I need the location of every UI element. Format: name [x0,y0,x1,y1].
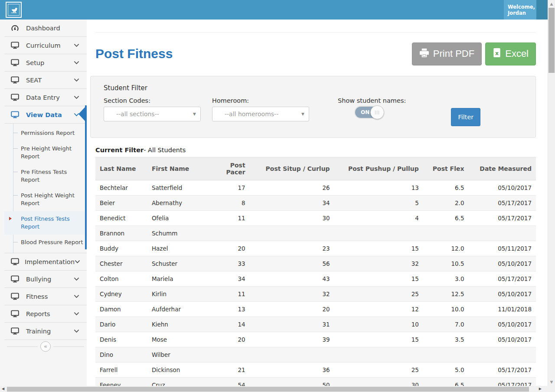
cell-last-name: Brannon [95,226,147,241]
sidebar-subitem-post-fitness-tests-report[interactable]: Post Fitness Tests Report [4,211,87,235]
sidebar-item-view-data[interactable]: View Data [4,106,87,124]
monitor-icon [11,111,20,118]
cell-first-name: Kirlin [147,287,212,302]
sidebar-subitem-pre-fitness-tests-report[interactable]: Pre Fitness Tests Report [4,164,87,188]
app-logo[interactable] [6,2,22,18]
cell-post-pushup-pullup: 4 [334,211,423,226]
cell-post-situp-curlup [250,226,334,241]
cell-date-measured: 05/17/2017 [469,271,536,287]
cell-post-pacer [212,226,249,241]
sidebar-item-seat[interactable]: SEAT [4,72,87,89]
sidebar-submenu-view-data: Permissions ReportPre Height Weight Repo… [4,124,87,253]
results-table: Last NameFirst NamePost PacerPost Situp … [95,157,536,386]
table-header-row: Last NameFirst NamePost PacerPost Situp … [95,157,536,180]
export-actions: Print PDF x Excel [412,42,536,65]
horizontal-scroll-thumb[interactable] [7,387,529,392]
chevron-down-icon [74,277,79,281]
excel-button[interactable]: x Excel [485,42,536,65]
scroll-left-arrow-icon[interactable]: ◀ [2,386,4,392]
show-names-group: Show student names: ON ||| [338,97,406,118]
sidebar-item-training[interactable]: Training [4,323,87,340]
chevron-down-icon [75,260,80,264]
table-row: ColtonMariela3443153.005/17/2017 [95,271,536,287]
table-row: ChesterSchuster33563210.505/10/2017 [95,256,536,271]
cell-last-name: Feeney [95,378,147,386]
table-row: CydneyKirlin11322512.505/10/2017 [95,287,536,302]
cell-post-pacer: 11 [212,211,249,226]
column-header-post-flex: Post Flex [423,157,469,180]
sidebar-item-bullying[interactable]: Bullying [4,271,87,288]
cell-last-name: Farrell [95,363,147,378]
cell-post-situp-curlup: 39 [250,332,334,347]
cell-date-measured: 05/10/2017 [469,180,536,196]
cell-post-situp-curlup: 43 [250,271,334,287]
cell-post-pacer: 33 [212,256,249,271]
cell-post-flex: 12.0 [423,241,469,256]
cell-post-pushup-pullup: 12 [334,302,423,317]
scroll-up-arrow-icon[interactable]: ▲ [548,2,555,6]
sidebar-subitem-blood-pressure-report[interactable]: Blood Pressure Report [4,235,87,250]
sidebar-subitem-label: Pre Height Weight Report [21,145,72,160]
welcome-label: Welcome, Jordan [508,4,535,16]
column-header-post-situp-curlup: Post Situp / Curlup [250,157,334,180]
filter-panel-title: Student Filter [104,84,535,92]
sidebar-item-reports[interactable]: Reports [4,305,87,323]
user-menu[interactable]: Welcome, Jordan [504,0,536,20]
cell-post-situp-curlup: 32 [250,287,334,302]
cell-first-name: Schuster [147,256,212,271]
sidebar-item-curriculum[interactable]: Curriculum [4,37,87,54]
horizontal-scrollbar[interactable]: ◀ ▶ [0,386,548,392]
sidebar-subitem-post-height-weight-report[interactable]: Post Height Weight Report [4,188,87,211]
column-header-post-pushup-pullup: Post Pushup / Pullup [334,157,423,180]
title-row: Post Fitness Print PDF x Excel [95,42,536,65]
cell-first-name: Mariela [147,271,212,287]
top-header: Welcome, Jordan [0,0,548,20]
table-body: BechtelarSatterfield1726136.505/10/2017B… [95,180,536,386]
scroll-down-arrow-icon[interactable]: ▼ [548,380,555,384]
cell-date-measured [469,226,536,241]
active-section-indicator [85,105,87,249]
cell-date-measured [469,347,536,363]
sidebar-subitem-label: Post Fitness Tests Report [21,216,70,230]
cell-last-name: Denis [95,332,147,347]
monitor-icon [11,59,20,66]
main-content: Post Fitness Print PDF x Excel Student F… [87,20,548,386]
monitor-icon [11,94,20,101]
table-row: FeeneyCruz5450306.505/17/2017 [95,378,536,386]
cell-post-pushup-pullup: 30 [334,378,423,386]
cell-last-name: Benedict [95,211,147,226]
cell-date-measured: 05/10/2017 [469,317,536,332]
sidebar-item-dashboard[interactable]: Dashboard [4,20,87,37]
scroll-right-arrow-icon[interactable]: ▶ [539,386,542,392]
header-spacer [536,0,548,20]
homeroom-select[interactable]: --all homerooms-- ▼ [212,107,309,121]
cell-post-pushup-pullup: 10 [334,317,423,332]
show-names-toggle[interactable]: ON ||| [355,107,382,118]
cell-first-name: Wilber [147,347,212,363]
cell-post-pushup-pullup [334,226,423,241]
content-divider [95,32,536,33]
vertical-scroll-thumb[interactable] [548,8,555,73]
sidebar-subitem-permissions-report[interactable]: Permissions Report [4,125,87,141]
sidebar-item-label: SEAT [26,77,74,84]
sidebar-item-label: Bullying [26,276,74,283]
sidebar-collapse-button[interactable]: « [40,341,51,352]
section-codes-select[interactable]: --all sections-- ▼ [104,107,201,121]
sidebar-item-setup[interactable]: Setup [4,54,87,72]
sidebar-item-fitness[interactable]: Fitness [4,288,87,305]
cell-post-pacer: 11 [212,287,249,302]
cell-post-pushup-pullup: 15 [334,271,423,287]
toggle-handle[interactable]: ||| [370,105,384,119]
cell-date-measured: 05/17/2017 [469,196,536,211]
cell-date-measured: 05/10/2017 [469,256,536,271]
cell-post-pushup-pullup: 13 [334,180,423,196]
filter-button[interactable]: Filter [451,108,480,126]
print-pdf-button[interactable]: Print PDF [412,42,482,65]
sidebar-subitem-pre-height-weight-report[interactable]: Pre Height Weight Report [4,141,87,164]
sidebar-item-implementation[interactable]: Implementation [4,253,87,271]
sidebar-item-data-entry[interactable]: Data Entry [4,89,87,106]
sidebar-subitem-label: Blood Pressure Report [21,239,83,245]
cell-post-flex: 6.5 [423,211,469,226]
cell-post-pushup-pullup: 25 [334,363,423,378]
vertical-scrollbar[interactable]: ▲ ▼ [548,0,555,386]
